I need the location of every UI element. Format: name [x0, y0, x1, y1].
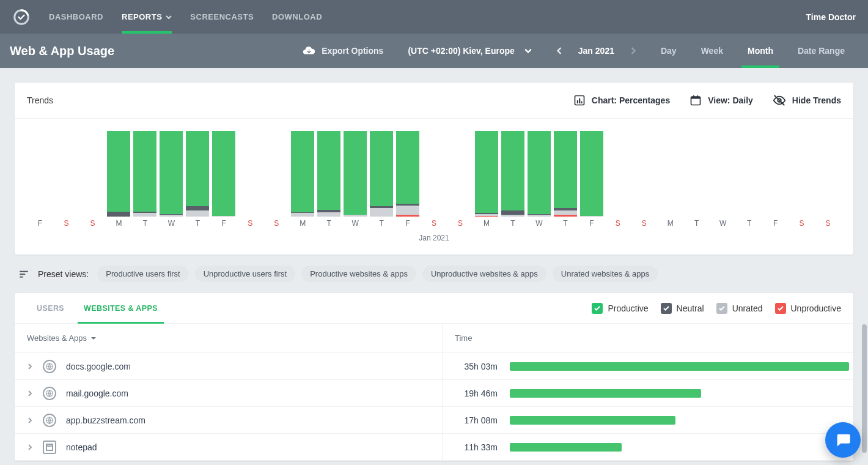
chart-bar[interactable]: [186, 125, 209, 217]
period-tab-month[interactable]: Month: [735, 34, 785, 68]
chart-day-column: [158, 125, 185, 217]
view-mode-button[interactable]: View: Daily: [690, 94, 753, 106]
chart-mode-button[interactable]: Chart: Percentages: [573, 94, 670, 106]
chart-bar[interactable]: [160, 125, 183, 217]
calendar-icon: [690, 94, 702, 106]
timezone-label: (UTC +02:00) Kiev, Europe: [408, 46, 514, 56]
col-header-name[interactable]: Websites & Apps: [15, 324, 443, 352]
app-icon: [43, 441, 56, 454]
sub-bar: Web & App Usage Export Options (UTC +02:…: [0, 34, 868, 68]
legend-neutral[interactable]: Neutral: [661, 303, 704, 314]
axis-label: T: [369, 219, 395, 228]
chart-day-column: [342, 125, 369, 217]
hide-trends-button[interactable]: Hide Trends: [773, 94, 841, 107]
axis-label: W: [158, 219, 185, 228]
chart-bar[interactable]: [133, 125, 156, 217]
globe-icon: [43, 414, 56, 427]
page-title: Web & App Usage: [10, 44, 114, 58]
chart-day-column: [789, 125, 815, 217]
svg-rect-3: [579, 99, 580, 103]
axis-label: S: [53, 219, 79, 228]
axis-label: S: [421, 219, 447, 228]
svg-rect-11: [20, 270, 28, 272]
chart-bar[interactable]: [212, 125, 235, 217]
chart-bar[interactable]: [370, 125, 393, 217]
legend-unrated[interactable]: Unrated: [716, 303, 763, 314]
axis-label: W: [710, 219, 736, 228]
chart-day-column: [736, 125, 762, 217]
axis-label: M: [473, 219, 499, 228]
chart-bar[interactable]: [501, 125, 524, 217]
axis-label: S: [605, 219, 631, 228]
axis-label: F: [395, 219, 421, 228]
scrollbar[interactable]: [862, 324, 867, 453]
axis-label: T: [316, 219, 342, 228]
tab-users[interactable]: USERS: [27, 293, 74, 323]
chart-bar[interactable]: [107, 125, 130, 217]
chart-day-column: [526, 125, 552, 217]
nav-download[interactable]: DOWNLOAD: [272, 0, 322, 34]
axis-label: T: [736, 219, 762, 228]
axis-label: F: [578, 219, 605, 228]
app-name: notepad: [66, 442, 97, 452]
chart-day-column: [185, 125, 211, 217]
table-header: Websites & Apps Time: [15, 324, 853, 353]
chart-bar[interactable]: [580, 125, 603, 217]
chart-day-column: [132, 125, 158, 217]
preset-chip[interactable]: Unproductive users first: [195, 266, 296, 282]
preset-chip[interactable]: Unproductive websites & apps: [422, 266, 546, 282]
axis-label: W: [526, 219, 552, 228]
chart-bar[interactable]: [344, 125, 367, 217]
expand-row-button[interactable]: [27, 390, 33, 397]
legend-unproductive[interactable]: Unproductive: [775, 303, 842, 314]
chart-day-column: [473, 125, 499, 217]
chart-bar[interactable]: [317, 125, 340, 217]
axis-label: S: [789, 219, 815, 228]
table-row: notepad11h 33m: [15, 434, 853, 461]
table-row: app.buzzstream.com17h 08m: [15, 407, 853, 434]
chart-day-column: [605, 125, 631, 217]
expand-row-button[interactable]: [27, 363, 33, 370]
next-month-button[interactable]: [624, 47, 642, 54]
chat-fab[interactable]: [825, 422, 861, 458]
preset-chip[interactable]: Unrated websites & apps: [553, 266, 658, 282]
chart-mode-label: Chart: Percentages: [592, 95, 670, 105]
sort-icon: [18, 269, 29, 280]
time-bar: [510, 443, 622, 452]
period-tab-week[interactable]: Week: [689, 34, 735, 68]
period-tab-range[interactable]: Date Range: [785, 34, 857, 68]
check-icon: [775, 303, 786, 314]
nav-reports[interactable]: REPORTS: [122, 0, 172, 34]
nav-reports-label: REPORTS: [122, 12, 162, 21]
nav-dashboard[interactable]: DASHBOARD: [49, 0, 103, 34]
export-options-button[interactable]: Export Options: [290, 34, 395, 68]
nav-screencasts[interactable]: SCREENCASTS: [190, 0, 254, 34]
chart-bar[interactable]: [291, 125, 314, 217]
timezone-selector[interactable]: (UTC +02:00) Kiev, Europe: [395, 46, 543, 56]
chart-day-column: [237, 125, 263, 217]
chart-bar[interactable]: [528, 125, 551, 217]
preset-chip[interactable]: Productive users first: [97, 266, 188, 282]
svg-rect-12: [20, 273, 25, 275]
expand-row-button[interactable]: [27, 444, 33, 451]
chart-day-column: [79, 125, 106, 217]
legend-productive[interactable]: Productive: [592, 303, 648, 314]
chart-caption: Jan 2021: [27, 228, 841, 252]
period-tab-day[interactable]: Day: [649, 34, 689, 68]
brand-name: Time Doctor: [806, 12, 856, 22]
prev-month-button[interactable]: [550, 47, 568, 54]
col-header-time[interactable]: Time: [443, 324, 853, 352]
axis-label: F: [27, 219, 53, 228]
chart-bar[interactable]: [396, 125, 419, 217]
chart-day-column: [657, 125, 683, 217]
top-nav: DASHBOARD REPORTS SCREENCASTS DOWNLOAD T…: [0, 0, 868, 34]
chart-bar[interactable]: [475, 125, 498, 217]
time-bar: [510, 362, 849, 371]
expand-row-button[interactable]: [27, 417, 33, 424]
chart-day-column: [106, 125, 132, 217]
tab-websites-apps[interactable]: WEBSITES & APPS: [74, 293, 167, 323]
axis-label: S: [79, 219, 106, 228]
check-icon: [592, 303, 603, 314]
chart-bar[interactable]: [554, 125, 577, 217]
preset-chip[interactable]: Productive websites & apps: [301, 266, 416, 282]
